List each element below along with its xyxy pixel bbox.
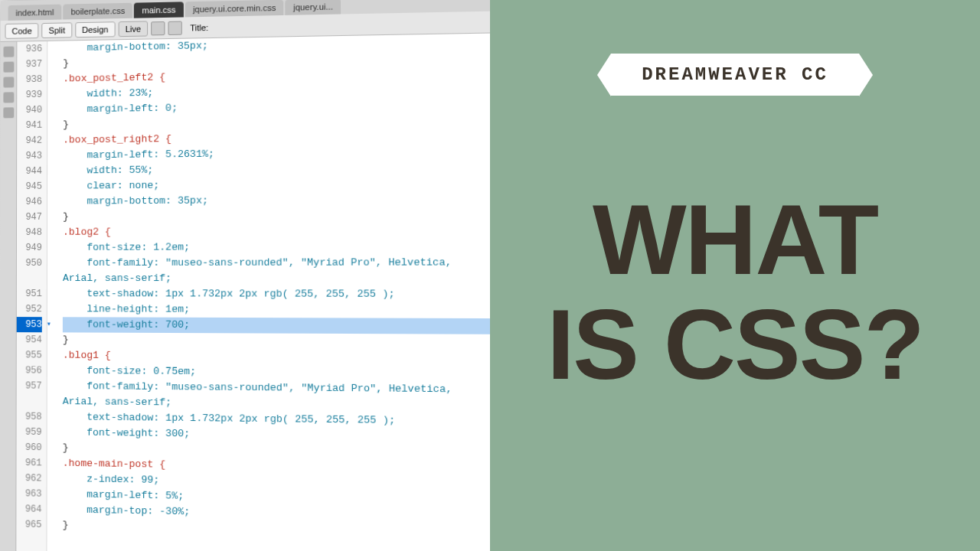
file-tab[interactable]: boilerplate.css xyxy=(63,3,132,20)
tool-icon[interactable] xyxy=(3,92,14,103)
globe-icon[interactable] xyxy=(168,21,182,34)
design-view-button[interactable]: Design xyxy=(75,21,116,37)
tool-icon[interactable] xyxy=(3,107,14,118)
dreamweaver-window: index.htmlboilerplate.cssmain.cssjquery.… xyxy=(0,0,490,551)
code-line[interactable]: .blog2 { xyxy=(63,223,490,240)
code-editor[interactable]: 9369379389399409419429439449459469479489… xyxy=(0,33,490,551)
tool-icon[interactable] xyxy=(3,47,14,57)
inspect-icon[interactable] xyxy=(151,21,165,34)
code-line[interactable]: font-weight: 700; xyxy=(63,317,490,334)
code-tool-strip xyxy=(0,42,17,551)
file-tab[interactable]: jquery.ui.core.min.css xyxy=(185,0,284,17)
code-line[interactable]: font-size: 1.2em; xyxy=(63,239,490,256)
code-view-button[interactable]: Code xyxy=(5,23,39,39)
title-card: DREAMWEAVER CC WHAT IS CSS? xyxy=(490,0,980,551)
title-label: Title: xyxy=(190,22,208,32)
line-number-gutter: 9369379389399409419429439449459469479489… xyxy=(16,41,47,551)
code-line[interactable]: font-family: "museo-sans-rounded", "Myri… xyxy=(63,255,490,271)
file-tab[interactable]: index.html xyxy=(8,5,62,21)
banner-text: DREAMWEAVER CC xyxy=(642,64,828,85)
code-line[interactable]: line-height: 1em; xyxy=(63,302,490,318)
split-view-button[interactable]: Split xyxy=(42,22,72,38)
live-view-button[interactable]: Live xyxy=(119,21,149,37)
banner-ribbon: DREAMWEAVER CC xyxy=(611,54,859,96)
headline: WHAT IS CSS? xyxy=(547,187,923,396)
code-line[interactable]: } xyxy=(63,207,490,225)
headline-line-1: WHAT xyxy=(547,187,923,292)
code-content[interactable]: margin-bottom: 35px;}.box_post_left2 { w… xyxy=(47,33,490,551)
tool-icon[interactable] xyxy=(3,62,14,73)
tool-icon[interactable] xyxy=(3,77,14,87)
headline-line-2: IS CSS? xyxy=(547,292,923,397)
file-tab[interactable]: jquery.ui... xyxy=(286,0,341,15)
code-line[interactable]: text-shadow: 1px 1.732px 2px rgb( 255, 2… xyxy=(63,286,490,302)
code-line[interactable]: Arial, sans-serif; xyxy=(63,271,490,287)
code-line[interactable]: margin-bottom: 35px; xyxy=(63,191,490,210)
editor-panel: index.htmlboilerplate.cssmain.cssjquery.… xyxy=(0,0,490,551)
file-tab[interactable]: main.css xyxy=(134,2,183,18)
